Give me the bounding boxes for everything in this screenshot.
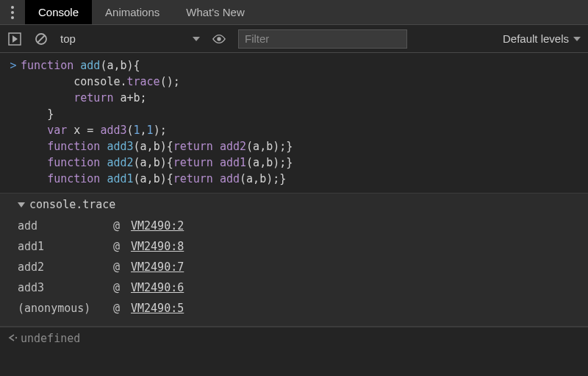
tab-what-s-new[interactable]: What's New	[173, 0, 258, 24]
console-input-block: > function add(a,b){ console.trace(); re…	[0, 53, 588, 194]
trace-function-name: add2	[18, 257, 113, 277]
trace-row: (anonymous)@VM2490:5	[18, 298, 582, 319]
trace-row: add3@VM2490:6	[18, 277, 582, 298]
trace-at-symbol: @	[113, 236, 131, 257]
console-output-block: undefined	[0, 327, 588, 350]
trace-header[interactable]: console.trace	[18, 198, 582, 211]
more-menu-icon[interactable]	[0, 0, 25, 24]
console-toolbar: top Filter Default levels	[0, 25, 588, 53]
chevron-down-icon	[193, 37, 200, 41]
svg-marker-4	[12, 35, 18, 43]
trace-at-symbol: @	[113, 257, 131, 277]
trace-source-link[interactable]: VM2490:7	[131, 257, 184, 277]
filter-input[interactable]: Filter	[238, 29, 407, 49]
execution-context-label: top	[60, 32, 76, 45]
console-trace-block: console.trace add@VM2490:2add1@VM2490:8a…	[0, 194, 588, 327]
filter-placeholder: Filter	[245, 32, 269, 45]
tab-animations[interactable]: Animations	[92, 0, 173, 24]
svg-point-1	[11, 11, 14, 14]
console-input-code[interactable]: function add(a,b){ console.trace(); retu…	[21, 57, 293, 187]
clear-console-icon[interactable]	[34, 32, 49, 46]
eye-icon[interactable]	[212, 32, 226, 46]
devtools-tabbar: ConsoleAnimationsWhat's New	[0, 0, 588, 25]
trace-row: add2@VM2490:7	[18, 257, 582, 277]
svg-point-2	[11, 16, 14, 19]
svg-point-7	[217, 37, 220, 40]
trace-source-link[interactable]: VM2490:2	[131, 216, 184, 236]
log-levels-selector[interactable]: Default levels	[503, 32, 581, 45]
trace-source-link[interactable]: VM2490:6	[131, 277, 184, 298]
trace-row: add@VM2490:2	[18, 216, 582, 236]
output-prompt-icon	[6, 332, 21, 345]
trace-at-symbol: @	[113, 216, 131, 236]
trace-source-link[interactable]: VM2490:8	[131, 236, 184, 257]
trace-source-link[interactable]: VM2490:5	[131, 298, 184, 319]
log-levels-label: Default levels	[503, 32, 569, 45]
trace-header-label: console.trace	[29, 198, 115, 211]
svg-point-8	[15, 337, 17, 338]
execution-context-selector[interactable]: top	[60, 32, 200, 45]
console-body: > function add(a,b){ console.trace(); re…	[0, 53, 588, 350]
trace-at-symbol: @	[113, 298, 131, 319]
input-prompt-icon: >	[6, 57, 21, 72]
trace-function-name: (anonymous)	[18, 298, 113, 319]
disclosure-triangle-icon	[18, 202, 25, 207]
execute-icon[interactable]	[7, 32, 22, 46]
trace-at-symbol: @	[113, 277, 131, 298]
tab-console[interactable]: Console	[25, 0, 92, 24]
trace-row: add1@VM2490:8	[18, 236, 582, 257]
svg-line-6	[37, 35, 45, 43]
trace-function-name: add	[18, 216, 113, 236]
trace-table: add@VM2490:2add1@VM2490:8add2@VM2490:7ad…	[18, 216, 582, 319]
trace-function-name: add1	[18, 236, 113, 257]
svg-point-0	[11, 6, 14, 9]
trace-function-name: add3	[18, 277, 113, 298]
output-value: undefined	[21, 332, 80, 345]
chevron-down-icon	[573, 37, 581, 41]
